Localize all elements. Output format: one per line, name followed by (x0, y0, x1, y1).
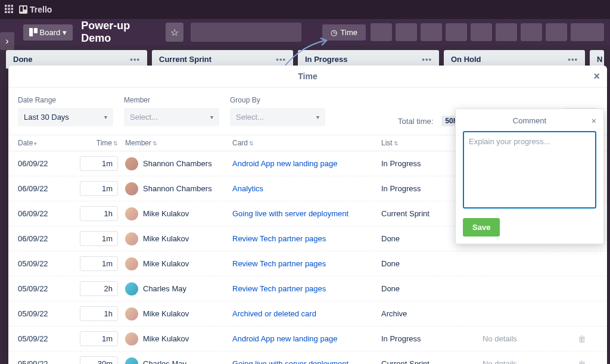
table-row: 05/09/22Mike KulakovAndroid App new land… (8, 326, 607, 351)
date-range-label: Date Range (18, 96, 113, 104)
member-filter-label: Member (124, 96, 219, 104)
card-link[interactable]: Analytics (232, 184, 263, 193)
dots-icon[interactable]: ••• (276, 55, 286, 64)
list-cell: Archive (381, 309, 483, 318)
trello-logo[interactable]: Trello (19, 5, 52, 14)
member-select[interactable]: Select... ▾ (124, 108, 219, 126)
svg-rect-4 (8, 8, 10, 10)
chevron-down-icon: ▾ (63, 28, 67, 37)
card-link[interactable]: Android App new landing page (232, 334, 337, 343)
date-cell: 05/09/22 (18, 334, 71, 343)
member-name: Mike Kulakov (143, 209, 189, 218)
table-row: 05/09/22Mike KulakovReview Tech partner … (8, 251, 607, 276)
time-input[interactable] (80, 331, 118, 346)
svg-rect-3 (5, 8, 7, 10)
toolbar-pill[interactable] (396, 23, 417, 41)
time-powerup-button[interactable]: ◷ Time (322, 24, 366, 41)
column-title: In Progress (305, 55, 348, 64)
time-input[interactable] (80, 156, 118, 171)
toolbar-pill[interactable] (521, 23, 542, 41)
date-cell: 05/09/22 (18, 309, 71, 318)
sort-desc-icon: ▾ (34, 141, 37, 147)
board-view-button[interactable]: Board ▾ (23, 24, 73, 41)
table-row: 05/09/22Charles MayReview Tech partner p… (8, 276, 607, 301)
trash-icon[interactable]: 🗑 (578, 359, 596, 365)
svg-rect-1 (8, 5, 10, 7)
comment-popup-title: Comment (513, 116, 546, 125)
date-cell: 06/09/22 (18, 234, 71, 243)
trash-icon[interactable]: 🗑 (578, 334, 596, 344)
time-button-label: Time (341, 28, 357, 37)
collapse-left-icon[interactable]: › (0, 32, 14, 50)
avatar (125, 232, 138, 245)
time-input[interactable] (80, 231, 118, 246)
card-link[interactable]: Going live with server deployment (232, 359, 348, 364)
avatar (125, 332, 138, 346)
svg-rect-5 (11, 8, 14, 10)
close-icon[interactable]: × (592, 116, 596, 126)
time-input[interactable] (80, 356, 118, 364)
toolbar-pill[interactable] (421, 23, 442, 41)
groupby-label: Group By (230, 96, 325, 104)
toolbar-pill[interactable] (546, 23, 567, 41)
avatar (125, 157, 138, 170)
board-title[interactable]: Power-up Demo (77, 20, 161, 45)
toolbar-pill[interactable] (571, 23, 604, 41)
avatar (125, 182, 138, 195)
comment-cell[interactable]: No details (483, 359, 578, 364)
trello-topbar: Trello (0, 0, 610, 19)
card-link[interactable]: Android App new landing page (232, 159, 337, 168)
member-name: Mike Kulakov (143, 309, 189, 318)
date-cell: 05/09/22 (18, 284, 71, 293)
member-name: Charles May (143, 284, 186, 293)
list-cell: In Progress (381, 334, 483, 343)
chevron-down-icon: ▾ (210, 114, 213, 120)
card-link[interactable]: Review Tech partner pages (232, 259, 326, 268)
th-date[interactable]: Date▾ (18, 139, 71, 147)
sort-icon: ⇅ (249, 141, 254, 147)
th-card[interactable]: Card⇅ (232, 139, 381, 147)
card-link[interactable]: Review Tech partner pages (232, 284, 326, 293)
star-board-button[interactable]: ☆ (166, 23, 183, 42)
toolbar-pill[interactable] (446, 23, 467, 41)
card-link[interactable]: Review Tech partner pages (232, 234, 326, 243)
time-input[interactable] (80, 206, 118, 221)
board-toolbar-spacer (191, 23, 301, 42)
date-cell: 06/09/22 (18, 184, 71, 193)
time-input[interactable] (80, 181, 118, 196)
member-select-placeholder: Select... (130, 113, 158, 122)
time-input[interactable] (80, 281, 118, 296)
close-icon[interactable]: × (593, 70, 600, 83)
th-time[interactable]: Time⇅ (71, 139, 125, 147)
dots-icon[interactable]: ••• (568, 55, 578, 64)
date-cell: 06/09/22 (18, 209, 71, 218)
card-link[interactable]: Archived or deleted card (232, 309, 316, 318)
groupby-select[interactable]: Select... ▾ (230, 108, 325, 126)
chevron-down-icon: ▾ (104, 114, 107, 120)
comment-popup: Comment × Save (455, 108, 604, 244)
dots-icon[interactable]: ••• (422, 55, 432, 64)
comment-textarea[interactable] (463, 131, 596, 209)
date-range-value: Last 30 Days (24, 113, 69, 122)
board-bar: › Board ▾ Power-up Demo ☆ ◷ Time (0, 19, 610, 45)
apps-icon[interactable] (5, 5, 13, 15)
th-member[interactable]: Member⇅ (125, 139, 232, 147)
list-cell: Current Sprint (381, 359, 483, 364)
card-link[interactable]: Going live with server deployment (232, 209, 348, 218)
date-range-select[interactable]: Last 30 Days ▾ (18, 108, 113, 126)
column-title: Done (13, 55, 33, 64)
dots-icon[interactable]: ••• (130, 55, 140, 64)
toolbar-pill[interactable] (371, 23, 392, 41)
sort-icon: ⇅ (152, 141, 157, 147)
toolbar-pill[interactable] (471, 23, 492, 41)
time-input[interactable] (80, 256, 118, 271)
toolbar-pill[interactable] (496, 23, 517, 41)
board-view-label: Board (40, 28, 61, 37)
comment-cell[interactable]: No details (483, 334, 578, 343)
avatar (125, 282, 138, 295)
time-input[interactable] (80, 306, 118, 321)
member-name: Shannon Chambers (143, 184, 212, 193)
save-button[interactable]: Save (463, 218, 500, 237)
total-time-label: Total time: (398, 117, 433, 126)
member-name: Shannon Chambers (143, 159, 212, 168)
